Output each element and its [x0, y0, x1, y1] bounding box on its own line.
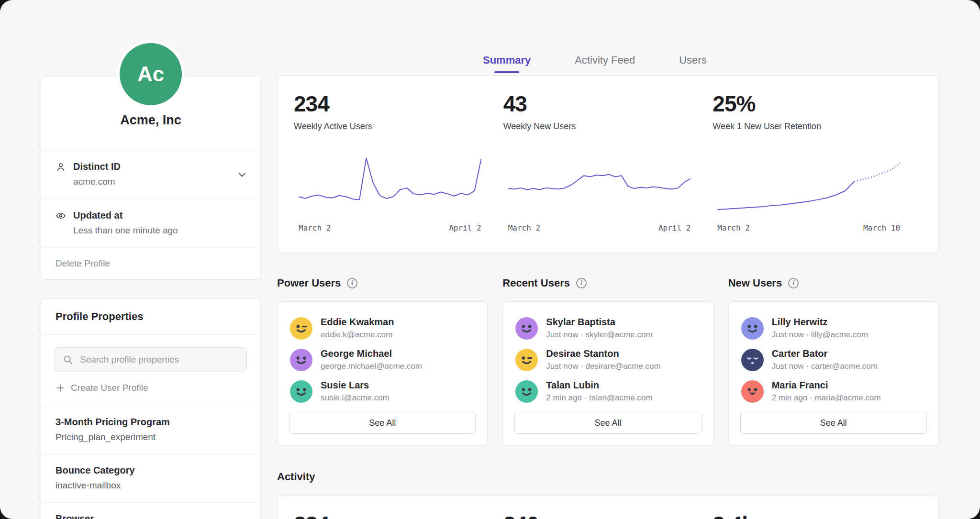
property-value: Pricing_plan_experiment — [56, 432, 246, 442]
property-row[interactable]: 3-Month Pricing Program Pricing_plan_exp… — [41, 406, 260, 454]
user-name: Carter Bator — [772, 348, 878, 359]
info-icon[interactable]: i — [576, 278, 587, 288]
field-label: Distinct ID — [73, 161, 121, 172]
weekly-new-users-sparkline — [508, 151, 691, 218]
field-label: Updated at — [73, 210, 122, 221]
distinct-id-value: acme.com — [73, 177, 246, 187]
activity-section-title: Activity — [277, 471, 939, 483]
metric-value: 43 — [503, 91, 713, 117]
tab-summary[interactable]: Summary — [483, 54, 531, 73]
search-box — [55, 347, 247, 372]
metric-label: Week 1 New User Retention — [713, 121, 922, 132]
user-name: Maria Franci — [772, 380, 881, 391]
list-item[interactable]: Lilly Herwitz Just now · lilly@acme.com — [740, 312, 927, 344]
user-name: Skylar Baptista — [546, 317, 652, 328]
user-name: Eddie Kwakman — [321, 317, 394, 328]
user-avatar-face-icon — [515, 380, 538, 403]
user-avatar-face-icon — [290, 349, 312, 371]
company-profile-page: Ac Acme, Inc Distinct ID acme.com — [0, 0, 980, 519]
see-all-button[interactable]: See All — [514, 412, 701, 434]
section-new-users: New Users i Lilly Herwitz Just now · lil… — [728, 277, 939, 446]
user-email: eddie.k@acme.com — [321, 330, 394, 340]
see-all-button[interactable]: See All — [740, 412, 927, 434]
active-tab-underline — [494, 71, 519, 73]
user-avatar-face-icon — [741, 380, 764, 403]
user-avatar-face-icon — [290, 380, 312, 403]
tab-activity-feed[interactable]: Activity Feed — [575, 54, 635, 73]
list-item[interactable]: Skylar Baptista Just now · skyler@acme.c… — [514, 312, 701, 344]
metric-weekly-new-users: 43 Weekly New Users March 2 April 2 — [503, 91, 713, 253]
metric-week1-retention: 25% Week 1 New User Retention March 2 Ma… — [713, 91, 922, 253]
delete-profile-button[interactable]: Delete Profile — [41, 248, 260, 279]
user-email: 2 min ago · talan@acme.com — [546, 393, 652, 403]
user-email: susie.l@acme.com — [321, 393, 390, 403]
list-item[interactable]: George Michael george.michael@acme.com — [289, 344, 476, 375]
see-all-button[interactable]: See All — [289, 412, 476, 434]
property-row[interactable]: Bounce Category inactive-mailbox — [41, 454, 260, 502]
avatar: Ac — [120, 43, 182, 105]
distinct-id-row: Distinct ID acme.com — [41, 150, 260, 199]
section-title: Recent Users — [502, 277, 570, 289]
property-label: Bounce Category — [56, 465, 246, 476]
user-name: Lilly Herwitz — [772, 317, 868, 328]
info-icon[interactable]: i — [347, 278, 357, 288]
user-name: Talan Lubin — [546, 380, 652, 391]
list-item[interactable]: Desirae Stanton Just now · desirare@acme… — [514, 344, 701, 375]
chevron-down-icon[interactable] — [236, 169, 248, 180]
user-email: 2 min ago · maria@acme.com — [772, 393, 881, 403]
property-label: 3-Month Pricing Program — [56, 417, 246, 428]
tab-users[interactable]: Users — [679, 54, 706, 73]
property-label: Browser — [56, 513, 246, 519]
weekly-active-users-sparkline — [299, 151, 481, 218]
list-item[interactable]: Carter Bator Just now · carter@acme.com — [740, 344, 927, 375]
plus-icon — [56, 383, 65, 393]
metric-label: Weekly New Users — [503, 121, 713, 132]
user-email: Just now · lilly@acme.com — [772, 330, 868, 340]
updated-at-row: Updated at Less than one minute ago — [41, 199, 260, 248]
section-recent-users: Recent Users i Skylar Baptista Just now … — [502, 277, 713, 446]
create-user-profile-button[interactable]: Create User Profile — [56, 383, 148, 393]
axis-tick-end: April 2 — [449, 223, 481, 232]
retention-sparkline — [717, 151, 900, 218]
user-avatar-face-icon — [515, 349, 538, 371]
updated-at-value: Less than one minute ago — [73, 225, 246, 236]
search-profile-properties-input[interactable] — [55, 347, 247, 372]
section-power-users: Power Users i Eddie Kwakman eddie.k@acme… — [277, 277, 488, 446]
tab-bar: Summary Activity Feed Users — [483, 54, 939, 73]
property-row[interactable]: Browser Chrome — [41, 502, 260, 519]
metric-value: 234 — [294, 91, 503, 117]
axis-tick-start: March 2 — [508, 223, 540, 232]
user-email: Just now · skyler@acme.com — [546, 330, 652, 340]
axis-tick-start: March 2 — [717, 223, 749, 232]
user-avatar-face-icon — [290, 317, 312, 340]
list-item[interactable]: Eddie Kwakman eddie.k@acme.com — [289, 312, 476, 344]
person-icon — [56, 162, 66, 172]
axis-tick-start: March 2 — [299, 223, 331, 232]
section-title: Power Users — [277, 277, 341, 289]
axis-tick-end: March 10 — [863, 223, 900, 232]
section-title: New Users — [728, 277, 782, 289]
profile-properties-title: Profile Properties — [41, 299, 260, 335]
new-users-card: Lilly Herwitz Just now · lilly@acme.com … — [728, 301, 939, 446]
info-icon[interactable]: i — [788, 278, 799, 288]
user-name: Susie Lars — [321, 380, 390, 391]
activity-metric-value: 3.4k — [713, 511, 922, 519]
user-avatar-face-icon — [515, 317, 538, 340]
user-email: george.michael@acme.com — [321, 362, 422, 371]
axis-tick-end: April 2 — [658, 223, 690, 232]
list-item[interactable]: Susie Lars susie.l@acme.com — [289, 375, 476, 407]
activity-metrics-card: 234 240 3.4k — [277, 496, 939, 519]
profile-summary-card: Acme, Inc Distinct ID acme.com — [41, 76, 261, 280]
list-item[interactable]: Maria Franci 2 min ago · maria@acme.com — [740, 375, 927, 407]
recent-users-card: Skylar Baptista Just now · skyler@acme.c… — [502, 301, 713, 446]
user-name: Desirae Stanton — [546, 348, 660, 359]
user-name: George Michael — [321, 348, 422, 359]
profile-properties-card: Profile Properties Create User Profile 3… — [41, 298, 261, 519]
user-email: Just now · carter@acme.com — [772, 362, 878, 371]
user-avatar-face-icon — [741, 317, 764, 340]
property-value: inactive-mailbox — [56, 480, 246, 491]
create-user-profile-label: Create User Profile — [71, 383, 148, 393]
list-item[interactable]: Talan Lubin 2 min ago · talan@acme.com — [514, 375, 701, 407]
user-email: Just now · desirare@acme.com — [546, 362, 660, 371]
profile-sidebar: Ac Acme, Inc Distinct ID acme.com — [41, 43, 261, 519]
